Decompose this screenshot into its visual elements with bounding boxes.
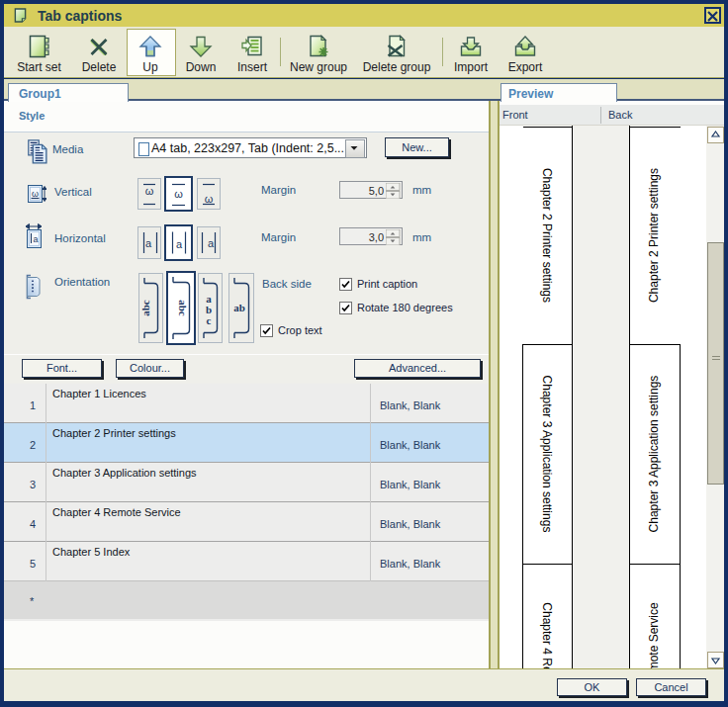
svg-text:abc: abc (177, 300, 189, 316)
svg-text:c: c (207, 314, 212, 326)
svg-text:a: a (176, 238, 183, 250)
svg-text:ab: ab (233, 302, 245, 313)
svg-text:a: a (33, 234, 38, 244)
svg-text:a: a (208, 237, 215, 249)
svg-text:ω: ω (32, 189, 39, 199)
svg-text:a: a (145, 237, 152, 249)
svg-text:ω: ω (205, 193, 214, 205)
svg-text:abc: abc (139, 300, 151, 316)
svg-text:ω: ω (145, 185, 154, 197)
svg-text:ω: ω (174, 188, 183, 200)
